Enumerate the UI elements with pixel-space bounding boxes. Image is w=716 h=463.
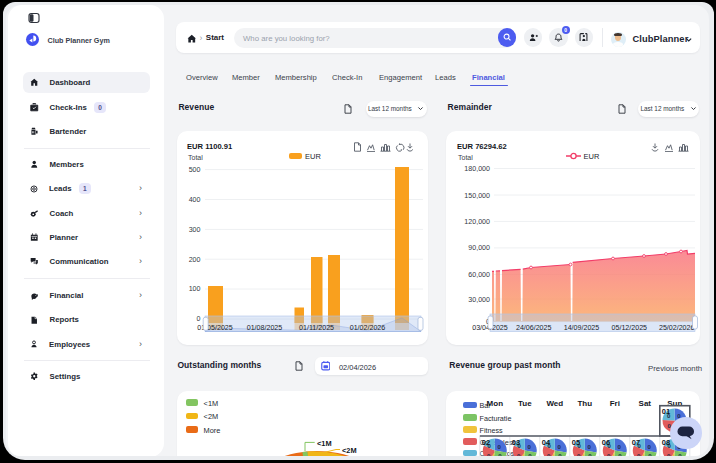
svg-text:150,000: 150,000	[464, 192, 490, 200]
svg-text:180,000: 180,000	[464, 165, 490, 173]
svg-text:300: 300	[189, 226, 201, 234]
svg-text:02: 02	[482, 438, 490, 447]
svg-text:01/11/2025: 01/11/2025	[299, 324, 334, 332]
svg-text:25/02/2026: 25/02/2026	[659, 324, 695, 332]
svg-text:24/06/2025: 24/06/2025	[516, 324, 552, 332]
svg-text:04: 04	[542, 438, 551, 447]
svg-text:14/09/2025: 14/09/2025	[564, 324, 600, 332]
svg-text:08: 08	[662, 438, 670, 447]
svg-text:0: 0	[197, 315, 201, 323]
svg-text:01/02/2026: 01/02/2026	[350, 324, 386, 332]
svg-text:01: 01	[662, 407, 670, 416]
svg-text:500: 500	[189, 166, 201, 174]
svg-text:Tue: Tue	[518, 399, 532, 408]
svg-text:01/05/2025: 01/05/2025	[197, 324, 233, 332]
svg-text:Wed: Wed	[546, 399, 563, 408]
svg-text:Mon: Mon	[487, 399, 504, 408]
svg-text:Thu: Thu	[577, 399, 592, 408]
svg-text:01/08/2025: 01/08/2025	[247, 324, 283, 332]
svg-text:<1M: <1M	[317, 439, 332, 448]
svg-text:Fri: Fri	[610, 399, 620, 408]
svg-text:90,000: 90,000	[468, 244, 490, 252]
svg-text:<2M: <2M	[342, 446, 357, 455]
svg-text:07: 07	[632, 438, 640, 447]
svg-text:Sat: Sat	[639, 399, 652, 408]
svg-text:05: 05	[572, 438, 580, 447]
svg-text:100: 100	[189, 285, 201, 293]
svg-text:200: 200	[189, 256, 201, 264]
svg-text:03: 03	[512, 438, 520, 447]
svg-text:120,000: 120,000	[464, 218, 490, 226]
svg-text:30,000: 30,000	[468, 296, 490, 304]
svg-text:400: 400	[189, 196, 201, 204]
svg-text:60,000: 60,000	[468, 271, 490, 279]
svg-text:06: 06	[602, 438, 610, 447]
svg-text:05/12/2025: 05/12/2025	[612, 324, 648, 332]
